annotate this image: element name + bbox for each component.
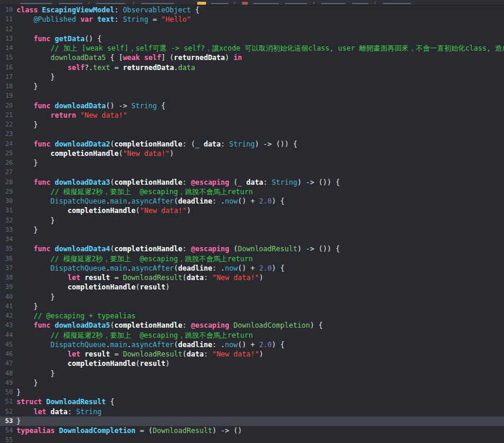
code-line-55[interactable]: 55 [0, 435, 504, 443]
code-line-32[interactable]: 32 } [0, 216, 504, 225]
code-line-49[interactable]: 49 } [0, 378, 504, 388]
code-text[interactable]: } [16, 120, 504, 129]
code-line-26[interactable]: 26 } [0, 158, 504, 168]
code-line-22[interactable]: 22 } [0, 120, 504, 129]
code-text[interactable]: completionHandle(result) [16, 282, 504, 292]
line-number[interactable]: 12 [0, 25, 16, 34]
code-text[interactable]: } [16, 302, 504, 311]
code-text[interactable]: } [16, 292, 504, 302]
code-line-20[interactable]: 20 func downloadData() -> String { [0, 101, 504, 111]
line-number[interactable]: 11 [0, 15, 16, 24]
code-text[interactable]: class EscapingViewModel: ObservableObjec… [16, 5, 504, 15]
code-line-27[interactable]: 27 [0, 168, 504, 177]
line-number[interactable]: 17 [0, 72, 16, 82]
code-text[interactable]: } [16, 82, 504, 91]
code-line-24[interactable]: 24 func downloadData2(completionHandle: … [0, 139, 504, 149]
code-text[interactable]: completionHandle(result) [16, 359, 504, 368]
code-text[interactable]: return "New data!" [16, 111, 504, 120]
line-number[interactable]: 55 [0, 435, 16, 443]
source-editor[interactable]: 10class EscapingViewModel: ObservableObj… [0, 5, 504, 443]
code-text[interactable]: struct DownloadResult { [16, 397, 504, 407]
code-line-47[interactable]: 47 completionHandle(result) [0, 359, 504, 368]
code-text[interactable]: // @escaping + typealias [16, 311, 504, 321]
line-number[interactable]: 39 [0, 282, 16, 292]
code-line-51[interactable]: 51struct DownloadResult { [0, 397, 504, 407]
line-number[interactable]: 28 [0, 178, 16, 187]
code-text[interactable]: } [16, 417, 504, 426]
code-text[interactable]: } [16, 72, 504, 82]
code-line-52[interactable]: 52 let data: String [0, 407, 504, 417]
line-number[interactable]: 43 [0, 321, 16, 330]
code-line-35[interactable]: 35 func downloadData4(completionHandle: … [0, 244, 504, 254]
code-line-34[interactable]: 34 [0, 235, 504, 244]
line-number[interactable]: 54 [0, 426, 16, 435]
code-line-42[interactable]: 42 // @escaping + typealias [0, 311, 504, 321]
code-text[interactable]: DispatchQueue.main.asyncAfter(deadline: … [16, 264, 504, 273]
line-number[interactable]: 30 [0, 196, 16, 206]
folder-icon[interactable] [197, 2, 206, 5]
code-line-54[interactable]: 54typealias DownloadCompletion = (Downlo… [0, 426, 504, 435]
code-text[interactable] [16, 91, 504, 101]
code-text[interactable]: } [16, 369, 504, 378]
code-text[interactable]: DispatchQueue.main.asyncAfter(deadline: … [16, 196, 504, 206]
code-line-25[interactable]: 25 completionHandle("New data!") [0, 149, 504, 158]
line-number[interactable]: 44 [0, 331, 16, 340]
code-text[interactable]: func downloadData2(completionHandle: (_ … [16, 139, 504, 149]
line-number[interactable]: 25 [0, 149, 16, 158]
code-line-43[interactable]: 43 func downloadData5(completionHandle: … [0, 321, 504, 330]
code-text[interactable]: let data: String [16, 407, 504, 417]
line-number[interactable]: 16 [0, 63, 16, 72]
line-number[interactable]: 48 [0, 369, 16, 378]
line-number[interactable]: 32 [0, 216, 16, 225]
code-line-30[interactable]: 30 DispatchQueue.main.asyncAfter(deadlin… [0, 196, 504, 206]
code-text[interactable]: func downloadData4(completionHandle: @es… [16, 244, 504, 254]
line-number[interactable]: 53 [0, 417, 16, 426]
line-number[interactable]: 36 [0, 254, 16, 264]
line-number[interactable]: 31 [0, 206, 16, 215]
file-icon[interactable] [242, 2, 248, 5]
code-line-37[interactable]: 37 DispatchQueue.main.asyncAfter(deadlin… [0, 264, 504, 273]
code-text[interactable]: // 模擬延遲2秒，要加上 @escaping，跳脫不會馬上return [16, 187, 504, 196]
code-line-23[interactable]: 23 [0, 129, 504, 139]
line-number[interactable]: 34 [0, 235, 16, 244]
code-line-44[interactable]: 44 // 模擬延遲2秒，要加上 @escaping，跳脫不會馬上return [0, 331, 504, 340]
code-text[interactable]: } [16, 158, 504, 168]
code-line-31[interactable]: 31 completionHandle("New data!") [0, 206, 504, 215]
line-number[interactable]: 29 [0, 187, 16, 196]
code-line-19[interactable]: 19 [0, 91, 504, 101]
line-number[interactable]: 49 [0, 378, 16, 388]
line-number[interactable]: 52 [0, 407, 16, 417]
code-text[interactable]: func downloadData3(completionHandle: @es… [16, 178, 504, 187]
code-text[interactable]: typealias DownloadCompletion = (Download… [16, 426, 504, 435]
code-line-36[interactable]: 36 // 模擬延遲2秒，要加上 @escaping，跳脫不會馬上return [0, 254, 504, 264]
code-line-16[interactable]: 16 self?.text = returnedData.data [0, 63, 504, 72]
code-text[interactable] [16, 129, 504, 139]
line-number[interactable]: 27 [0, 168, 16, 177]
line-number[interactable]: 35 [0, 244, 16, 254]
code-text[interactable]: downloadData5 { [weak self] (returnedDat… [16, 53, 504, 62]
code-line-10[interactable]: 10class EscapingViewModel: ObservableObj… [0, 5, 504, 15]
code-text[interactable]: completionHandle("New data!") [16, 206, 504, 215]
code-text[interactable] [16, 168, 504, 177]
code-text[interactable]: self?.text = returnedData.data [16, 63, 504, 72]
code-line-53[interactable]: 53} [0, 417, 504, 426]
code-text[interactable]: } [16, 388, 504, 397]
code-line-18[interactable]: 18 } [0, 82, 504, 91]
line-number[interactable]: 51 [0, 397, 16, 407]
code-text[interactable]: let result = DownloadResult(data: "New d… [16, 273, 504, 282]
line-number[interactable]: 42 [0, 311, 16, 321]
code-line-46[interactable]: 46 let result = DownloadResult(data: "Ne… [0, 349, 504, 359]
code-text[interactable]: DispatchQueue.main.asyncAfter(deadline: … [16, 340, 504, 349]
line-number[interactable]: 33 [0, 225, 16, 235]
code-line-15[interactable]: 15 downloadData5 { [weak self] (returned… [0, 53, 504, 62]
code-text[interactable]: @Published var text: String = "Hello" [16, 15, 504, 24]
code-text[interactable]: } [16, 216, 504, 225]
code-text[interactable]: // 模擬延遲2秒，要加上 @escaping，跳脫不會馬上return [16, 254, 504, 264]
line-number[interactable]: 41 [0, 302, 16, 311]
line-number[interactable]: 23 [0, 129, 16, 139]
code-line-48[interactable]: 48 } [0, 369, 504, 378]
code-line-29[interactable]: 29 // 模擬延遲2秒，要加上 @escaping，跳脫不會馬上return [0, 187, 504, 196]
code-text[interactable] [16, 435, 504, 443]
code-text[interactable]: } [16, 378, 504, 388]
line-number[interactable]: 20 [0, 101, 16, 111]
